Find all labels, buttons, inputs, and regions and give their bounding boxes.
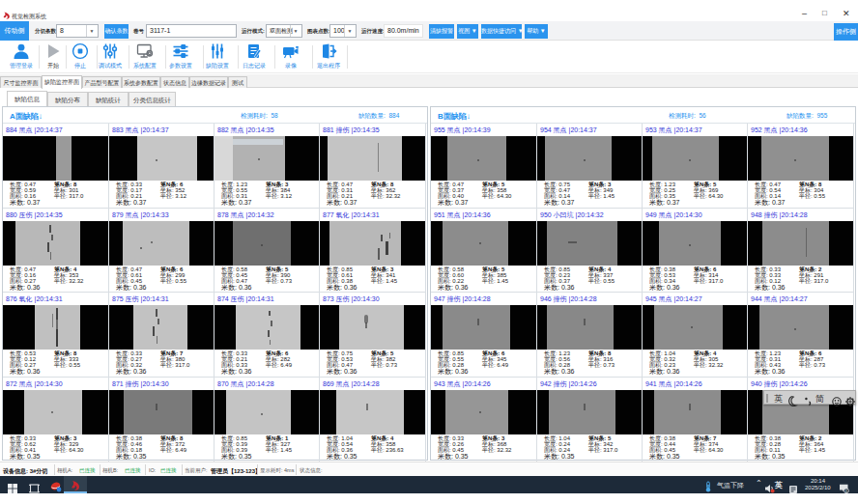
svg-text:6: 6: [845, 490, 847, 493]
